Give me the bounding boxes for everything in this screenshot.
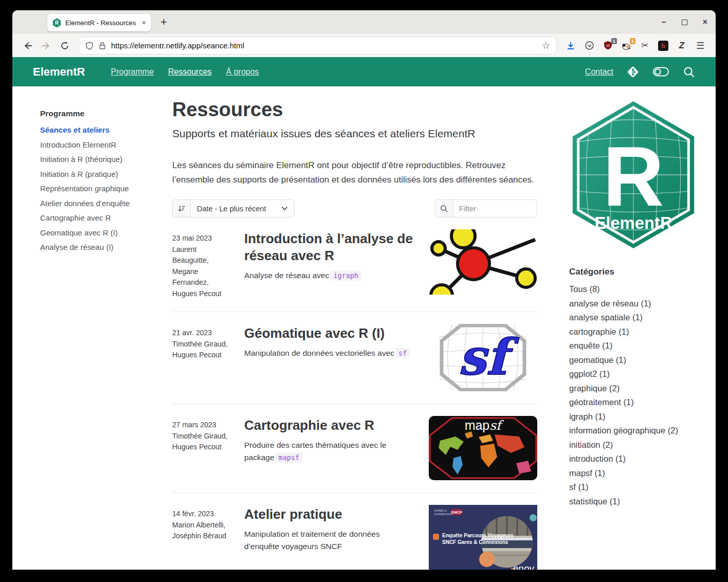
elementr-hex-logo: R ElementR: [569, 100, 698, 249]
category-link[interactable]: enquête (1): [569, 339, 698, 353]
pocket-icon: [585, 41, 594, 50]
sidebar-link[interactable]: Représentation graphique: [40, 181, 160, 196]
nav-link-ressources[interactable]: Ressources: [168, 67, 211, 77]
item-title[interactable]: Cartographie avec R: [244, 417, 416, 434]
resource-item: 27 mars 2023 Timothée Giraud, Hugues Pec…: [172, 404, 537, 493]
search-icon[interactable]: [683, 66, 695, 78]
ublock-extension-button[interactable]: u0 1: [599, 38, 616, 54]
extension-badge: 1: [630, 38, 635, 44]
item-title[interactable]: Introduction à l’analyse de réseau avec …: [244, 230, 416, 264]
nav-link-a-propos[interactable]: Á propos: [226, 67, 259, 77]
git-repo-icon[interactable]: [627, 66, 639, 78]
item-authors: Laurent Beauguitte, Megane Fernandez, Hu…: [172, 244, 229, 300]
category-link[interactable]: igraph (1): [569, 410, 698, 424]
category-link[interactable]: geomatique (1): [569, 353, 698, 368]
item-code-tag: mapsf: [276, 452, 303, 463]
sidebar-link[interactable]: Analyse de réseau (I): [40, 240, 160, 255]
browser-window: R ElementR - Ressources × + – × https://…: [12, 10, 716, 570]
intro-paragraph: Les séances du séminaire ElementR ont po…: [172, 158, 537, 187]
extension-button[interactable]: 1: [618, 38, 634, 54]
filter-box[interactable]: [435, 199, 537, 217]
item-code-tag: igraph: [330, 270, 361, 281]
theme-toggle-icon[interactable]: [652, 65, 669, 78]
sidebar-link[interactable]: Initiation à R (théorique): [40, 152, 160, 167]
sncf-brand-line1: GARES &: [434, 509, 447, 512]
mapsf-thumbnail[interactable]: mapsf: [429, 416, 537, 480]
sort-dropdown[interactable]: Date - Le plus récent: [172, 199, 295, 217]
item-title[interactable]: Géomatique avec R (I): [244, 325, 416, 342]
category-link[interactable]: graphique (2): [569, 381, 698, 396]
tab-close-icon[interactable]: ×: [142, 19, 146, 27]
category-link[interactable]: sf (1): [569, 480, 698, 495]
sncf-survey-thumbnail[interactable]: GARES & CONNEXIONS SNCF Enquête Parcours…: [429, 505, 537, 570]
url-bar[interactable]: https://elementr.netlify.app/seance.html…: [79, 37, 556, 54]
sidebar-link[interactable]: Cartographie avec R: [40, 211, 160, 226]
sf-logo-thumbnail[interactable]: sf: [429, 324, 537, 391]
url-text[interactable]: https://elementr.netlify.app/seance.html: [111, 41, 537, 50]
window-maximize-button[interactable]: [682, 20, 687, 25]
pocket-button[interactable]: [581, 38, 597, 54]
svg-text:R: R: [55, 20, 59, 26]
new-tab-button[interactable]: +: [160, 14, 167, 30]
tab-title: ElementR - Ressources: [65, 19, 138, 27]
nav-link-contact[interactable]: Contact: [585, 67, 613, 77]
window-minimize-button[interactable]: –: [662, 17, 666, 27]
sidebar-link[interactable]: Geomatique avec R (I): [40, 226, 160, 241]
download-icon: [566, 41, 575, 50]
sidebar-link[interactable]: Atelier données d’enquête: [40, 196, 160, 211]
site-brand[interactable]: ElementR: [33, 65, 85, 79]
category-link[interactable]: initiation (2): [569, 438, 698, 452]
item-authors: Timothée Giraud, Hugues Pecout: [172, 339, 229, 361]
category-link[interactable]: information géographique (2): [569, 424, 698, 438]
sidebar-link-seances[interactable]: Séances et ateliers: [40, 123, 160, 138]
menu-button[interactable]: ☰: [692, 38, 708, 54]
svg-text:u0: u0: [606, 44, 610, 47]
category-link[interactable]: analyse de réseau (1): [569, 297, 698, 311]
category-link[interactable]: géotraitement (1): [569, 395, 698, 410]
reload-button[interactable]: [57, 38, 73, 54]
category-link[interactable]: cartographie (1): [569, 325, 698, 339]
resource-item: 14 févr. 2023 Marion Albertelli, Joséphi…: [172, 493, 537, 570]
downloads-button[interactable]: [562, 38, 579, 54]
back-arrow-icon: [23, 41, 33, 51]
lock-icon: [98, 42, 106, 50]
reload-icon: [60, 41, 69, 50]
category-link[interactable]: ggplot2 (1): [569, 367, 698, 381]
category-link[interactable]: Tous (8): [569, 282, 698, 297]
sncf-title-line1: Enquête Parcours Voyageurs: [442, 533, 514, 538]
hex-logo-letter: R: [603, 129, 664, 224]
hypothesis-extension-button[interactable]: h: [655, 38, 671, 54]
browser-toolbar: https://elementr.netlify.app/seance.html…: [12, 34, 716, 57]
sidebar-link[interactable]: Initiation à R (pratique): [40, 167, 160, 182]
page-content: Programme Séances et ateliers Introducti…: [12, 86, 716, 570]
igraph-network-thumbnail[interactable]: [429, 229, 537, 299]
filter-input[interactable]: [453, 204, 537, 213]
browser-tab[interactable]: R ElementR - Ressources ×: [47, 14, 151, 31]
zotero-extension-button[interactable]: Z: [674, 38, 690, 54]
forward-button[interactable]: [38, 38, 54, 54]
nav-link-programme[interactable]: Programme: [111, 67, 154, 77]
item-description: Analyse de réseau avec: [244, 271, 329, 280]
sort-selected-value: Date - Le plus récent: [191, 205, 281, 213]
bookmark-star-icon[interactable]: ☆: [542, 40, 550, 51]
browser-titlebar: R ElementR - Ressources × + – ×: [12, 10, 716, 34]
sidebar-heading: Programme: [40, 109, 160, 118]
back-button[interactable]: [20, 38, 36, 54]
item-date: 23 mai 2023: [172, 233, 229, 244]
categories-heading: Catégories: [569, 267, 698, 277]
category-link[interactable]: analyse spatiale (1): [569, 311, 698, 325]
hamburger-icon: ☰: [696, 40, 704, 51]
sidebar-link[interactable]: Introduction ElementR: [40, 138, 160, 153]
hex-logo-name: ElementR: [594, 213, 672, 232]
screenshot-extension-button[interactable]: ✂: [636, 38, 653, 54]
category-link[interactable]: mapsf (1): [569, 466, 698, 481]
window-close-button[interactable]: ×: [703, 17, 707, 27]
category-link[interactable]: introduction (1): [569, 452, 698, 466]
category-link[interactable]: statistique (1): [569, 495, 698, 509]
site-navbar: ElementR Programme Ressources Á propos C…: [12, 57, 716, 86]
item-date: 27 mars 2023: [172, 420, 229, 431]
mapsf-label-map: map: [465, 418, 490, 432]
sncf-brand-line2: CONNEXIONS: [434, 513, 453, 516]
resource-item: 21 avr. 2023 Timothée Giraud, Hugues Pec…: [172, 312, 537, 404]
item-title[interactable]: Atelier pratique: [244, 506, 416, 523]
